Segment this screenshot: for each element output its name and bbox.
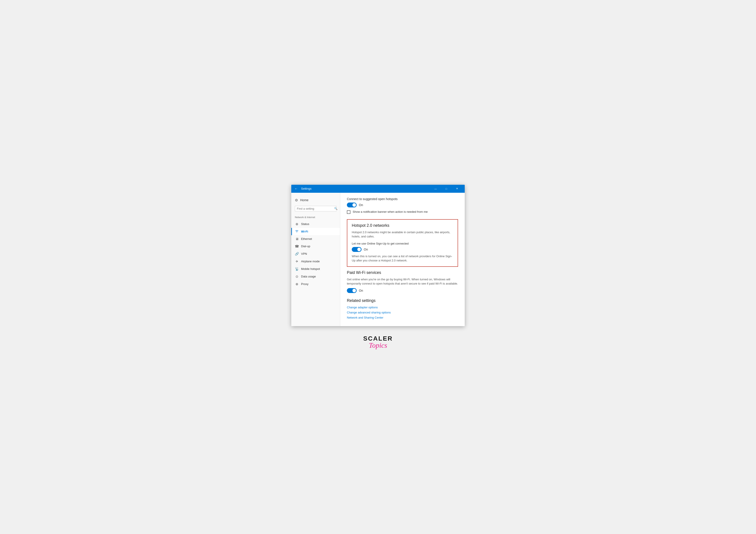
connect-hotspots-section: Connect to suggested open hotspots On Sh… <box>347 197 458 214</box>
sidebar-item-dialup[interactable]: ☎ Dial-up <box>291 243 340 250</box>
content-area: ⚙ Home 🔍 Network & Internet ⊕ Status <box>291 193 465 326</box>
home-icon: ⚙ <box>295 198 298 202</box>
airplane-icon: ✈ <box>295 259 299 263</box>
vpn-icon: 🔗 <box>295 252 299 256</box>
proxy-icon: ⊕ <box>295 282 299 286</box>
titlebar: ← Settings — □ ✕ <box>291 185 465 193</box>
sidebar-label-vpn: VPN <box>301 252 307 255</box>
sidebar-label-datausage: Data usage <box>301 275 316 278</box>
home-label: Home <box>300 198 309 202</box>
sidebar: ⚙ Home 🔍 Network & Internet ⊕ Status <box>291 193 340 326</box>
hotspot-toggle-label: On <box>364 248 368 251</box>
window-controls: — □ ✕ <box>430 185 462 193</box>
paid-toggle-row: On <box>347 288 458 293</box>
datausage-icon: ⊙ <box>295 275 299 279</box>
related-link-center[interactable]: Network and Sharing Center <box>347 316 458 319</box>
brand-topics-text: Topics <box>369 341 387 350</box>
wifi-icon <box>295 230 299 233</box>
paid-toggle-label: On <box>359 289 363 292</box>
sidebar-label-dialup: Dial-up <box>301 245 310 248</box>
related-link-adapter[interactable]: Change adapter options <box>347 306 458 309</box>
close-button[interactable]: ✕ <box>452 185 462 193</box>
dialup-icon: ☎ <box>295 244 299 248</box>
checkbox-row: Show a notification banner when action i… <box>347 210 458 214</box>
notification-checkbox[interactable] <box>347 210 350 214</box>
connect-label: Connect to suggested open hotspots <box>347 197 458 201</box>
sidebar-label-airplane: Airplane mode <box>301 260 320 263</box>
ethernet-icon: 🖥 <box>295 237 299 241</box>
related-title: Related settings <box>347 298 458 303</box>
search-input[interactable] <box>297 207 334 210</box>
maximize-button[interactable]: □ <box>441 185 451 193</box>
toggle1[interactable] <box>347 202 357 207</box>
sidebar-section-label: Network & Internet <box>291 215 340 220</box>
search-box[interactable]: 🔍 <box>295 206 337 211</box>
hotspot-toggle[interactable] <box>352 247 362 252</box>
hotspot-desc: Hotspot 2.0 networks might be available … <box>352 230 453 239</box>
settings-window: ← Settings — □ ✕ ⚙ Home 🔍 Network & Inte… <box>291 185 465 326</box>
main-content: Connect to suggested open hotspots On Sh… <box>340 193 465 326</box>
sidebar-label-ethernet: Ethernet <box>301 237 312 241</box>
sidebar-item-status[interactable]: ⊕ Status <box>291 220 340 228</box>
sidebar-item-airplane[interactable]: ✈ Airplane mode <box>291 258 340 265</box>
status-icon: ⊕ <box>295 222 299 226</box>
back-button[interactable]: ← <box>294 187 298 191</box>
paid-wifi-title: Paid Wi-Fi services <box>347 270 458 275</box>
mobilehotspot-icon: 📡 <box>295 267 299 271</box>
sidebar-label-wifi: Wi-Fi <box>301 230 308 233</box>
hotspot-title: Hotspot 2.0 networks <box>352 223 453 228</box>
hotspot-toggle-row: On <box>352 247 453 252</box>
search-icon: 🔍 <box>334 207 338 210</box>
toggle1-label: On <box>359 203 363 207</box>
sidebar-item-ethernet[interactable]: 🖥 Ethernet <box>291 235 340 243</box>
checkbox-label: Show a notification banner when action i… <box>353 210 428 213</box>
brand-section: SCALER Topics <box>363 335 393 350</box>
paid-wifi-section: Paid Wi-Fi services Get online when you'… <box>347 270 458 293</box>
sidebar-item-datausage[interactable]: ⊙ Data usage <box>291 273 340 280</box>
related-settings-section: Related settings Change adapter options … <box>347 298 458 319</box>
hotspot-sub: Let me use Online Sign-Up to get connect… <box>352 242 453 245</box>
sidebar-item-vpn[interactable]: 🔗 VPN <box>291 250 340 258</box>
sidebar-item-mobilehotspot[interactable]: 📡 Mobile hotspot <box>291 265 340 273</box>
related-link-sharing[interactable]: Change advanced sharing options <box>347 311 458 314</box>
paid-toggle[interactable] <box>347 288 357 293</box>
hotspot-note: When this is turned on, you can see a li… <box>352 254 453 263</box>
minimize-button[interactable]: — <box>430 185 441 193</box>
toggle1-row: On <box>347 202 458 207</box>
sidebar-item-proxy[interactable]: ⊕ Proxy <box>291 280 340 288</box>
sidebar-item-wifi[interactable]: Wi-Fi <box>291 228 340 235</box>
sidebar-label-status: Status <box>301 222 309 226</box>
paid-wifi-desc: Get online when you're on the go by buyi… <box>347 277 458 286</box>
titlebar-title: Settings <box>301 187 430 190</box>
sidebar-item-home[interactable]: ⚙ Home <box>291 196 340 204</box>
sidebar-label-mobilehotspot: Mobile hotspot <box>301 267 320 271</box>
sidebar-label-proxy: Proxy <box>301 282 309 286</box>
hotspot-box: Hotspot 2.0 networks Hotspot 2.0 network… <box>347 219 458 267</box>
